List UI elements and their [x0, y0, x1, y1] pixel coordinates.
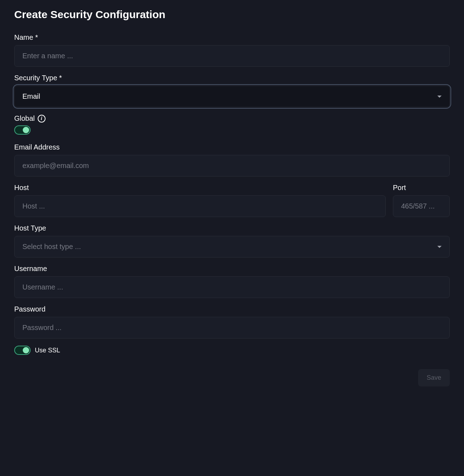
page-title: Create Security Configuration: [14, 9, 450, 21]
host-label: Host: [14, 184, 386, 192]
username-field-group: Username: [14, 265, 450, 298]
port-input[interactable]: [393, 195, 450, 217]
username-label: Username: [14, 265, 450, 273]
security-type-value: Email: [22, 92, 40, 101]
host-field-group: Host: [14, 184, 386, 217]
save-button[interactable]: Save: [418, 369, 450, 386]
footer: Save: [14, 369, 450, 386]
username-input[interactable]: [14, 276, 450, 298]
host-type-placeholder: Select host type ...: [22, 243, 81, 251]
port-field-group: Port: [393, 184, 450, 217]
use-ssl-label: Use SSL: [35, 347, 60, 354]
email-address-label: Email Address: [14, 143, 450, 151]
host-input[interactable]: [14, 195, 386, 217]
email-address-field-group: Email Address: [14, 143, 450, 177]
use-ssl-row: Use SSL: [14, 346, 450, 355]
chevron-down-icon: [437, 96, 442, 98]
use-ssl-toggle[interactable]: [14, 346, 31, 355]
global-field-group: Global i: [14, 114, 450, 136]
password-input[interactable]: [14, 317, 450, 339]
toggle-knob: [23, 347, 29, 353]
port-label: Port: [393, 184, 450, 192]
security-type-select-wrap: Email: [14, 86, 450, 107]
security-type-field-group: Security Type * Email: [14, 74, 450, 107]
chevron-down-icon: [437, 246, 442, 248]
host-type-select[interactable]: Select host type ...: [14, 236, 450, 258]
security-type-label: Security Type *: [14, 74, 450, 82]
name-input[interactable]: [14, 45, 450, 67]
email-address-input[interactable]: [14, 155, 450, 177]
security-type-select[interactable]: Email: [14, 86, 450, 107]
host-type-field-group: Host Type Select host type ...: [14, 224, 450, 258]
info-icon[interactable]: i: [38, 115, 46, 123]
name-label: Name *: [14, 33, 450, 42]
global-toggle[interactable]: [14, 125, 31, 135]
host-type-label: Host Type: [14, 224, 450, 232]
password-field-group: Password: [14, 305, 450, 339]
toggle-knob: [23, 127, 29, 133]
password-label: Password: [14, 305, 450, 313]
name-field-group: Name *: [14, 33, 450, 67]
global-label: Global: [14, 114, 35, 123]
host-type-select-wrap: Select host type ...: [14, 236, 450, 258]
